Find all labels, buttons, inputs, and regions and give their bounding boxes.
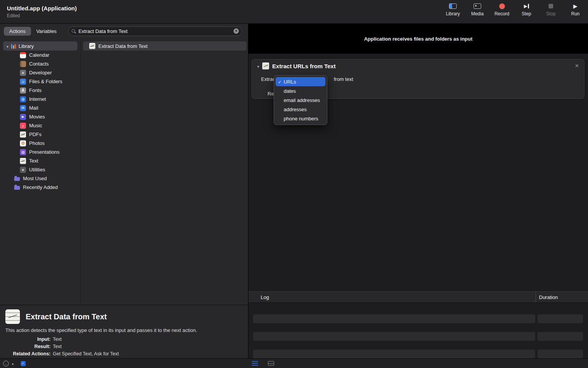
sidebar-item-library[interactable]: Library bbox=[3, 41, 77, 51]
sidebar-item-most-used[interactable]: Most Used bbox=[0, 174, 80, 183]
disclosure-triangle-icon[interactable] bbox=[7, 43, 8, 49]
music-icon bbox=[20, 123, 26, 129]
action-card-title: Extract URLs from Text bbox=[272, 63, 336, 69]
sidebar-item-music[interactable]: Music bbox=[0, 121, 80, 130]
menu-item-urls[interactable]: URLs bbox=[276, 77, 325, 86]
toolbar-stop-label: Stop bbox=[546, 11, 556, 16]
developer-icon bbox=[20, 70, 26, 76]
toolbar-run-label: Run bbox=[571, 11, 580, 16]
window-edited-status: Edited bbox=[7, 13, 77, 18]
action-card-header[interactable]: Extract URLs from Text bbox=[252, 59, 584, 72]
description-field-related-actions: Related Actions: Get Specified Text, Ask… bbox=[5, 350, 243, 358]
contacts-icon bbox=[20, 61, 26, 67]
sidebar-item-developer[interactable]: Developer bbox=[0, 68, 80, 77]
window-title: Untitled.app (Application) bbox=[7, 5, 77, 12]
menu-item-email-addresses[interactable]: email addresses bbox=[276, 95, 325, 105]
tab-variables[interactable]: Variables bbox=[31, 27, 62, 36]
sidebar-item-label: Mail bbox=[29, 105, 38, 111]
check-icon bbox=[278, 79, 284, 85]
sidebar-item-photos[interactable]: Photos bbox=[0, 139, 80, 148]
menu-item-label: email addresses bbox=[284, 97, 320, 103]
internet-icon bbox=[20, 96, 26, 102]
sidebar-item-presentations[interactable]: Presentations bbox=[0, 148, 80, 156]
sidebar-item-internet[interactable]: Internet bbox=[0, 95, 80, 104]
sidebar-item-recently-added[interactable]: Recently Added bbox=[0, 183, 80, 192]
files-folders-icon bbox=[20, 79, 26, 85]
sidebar-item-pdfs[interactable]: PDFs bbox=[0, 130, 80, 139]
calendar-icon bbox=[20, 52, 26, 58]
sidebar-item-mail[interactable]: Mail bbox=[0, 104, 80, 112]
description-field-result: Result: Text bbox=[5, 343, 243, 350]
clear-search-icon[interactable] bbox=[234, 28, 239, 34]
log-row-duration bbox=[537, 350, 583, 358]
log-row-duration bbox=[537, 332, 583, 341]
list-view-toggle-icon[interactable] bbox=[252, 361, 258, 366]
chevron-down-icon[interactable] bbox=[12, 360, 14, 367]
photos-icon bbox=[20, 140, 26, 146]
sidebar-item-files-folders[interactable]: Files & Folders bbox=[0, 77, 80, 86]
smart-folder-menu-icon[interactable] bbox=[3, 361, 9, 366]
sidebar-item-calendar[interactable]: Calendar bbox=[0, 51, 80, 59]
sidebar-item-label: Library bbox=[19, 43, 34, 49]
toolbar-stop-button[interactable]: Stop bbox=[543, 3, 559, 16]
search-field[interactable] bbox=[68, 26, 242, 36]
sidebar-item-text[interactable]: Text bbox=[0, 156, 80, 165]
folder-icon bbox=[14, 177, 20, 181]
toolbar-step-label: Step bbox=[522, 11, 531, 16]
toolbar-media-button[interactable]: Media bbox=[469, 3, 485, 16]
fonts-icon bbox=[20, 87, 26, 94]
action-result-label: Extract Data from Text bbox=[98, 43, 147, 49]
menu-item-dates[interactable]: dates bbox=[276, 86, 325, 95]
duration-column-header[interactable]: Duration bbox=[536, 292, 558, 302]
column-view-toggle-icon[interactable] bbox=[268, 361, 274, 366]
action-description-panel: Extract Data from Text This action detec… bbox=[0, 305, 248, 358]
description-body: This action detects the specified type o… bbox=[5, 327, 243, 333]
menu-item-addresses[interactable]: addresses bbox=[276, 105, 325, 114]
sidebar-item-fonts[interactable]: Fonts bbox=[0, 86, 80, 95]
movies-icon bbox=[20, 114, 26, 120]
sidebar-item-label: Utilities bbox=[29, 167, 45, 172]
search-input[interactable] bbox=[78, 28, 231, 34]
checkbox-icon[interactable] bbox=[21, 361, 26, 366]
sidebar-item-label: Developer bbox=[29, 70, 52, 76]
sidebar-item-movies[interactable]: Movies bbox=[0, 112, 80, 121]
workflow-pane: Application receives files and folders a… bbox=[248, 24, 588, 358]
library-pane: Actions Variables Library Calendar Conta… bbox=[0, 24, 248, 358]
extract-urls-action-icon bbox=[262, 62, 269, 69]
action-results-list: Extract Data from Text bbox=[81, 38, 248, 305]
menu-item-phone-numbers[interactable]: phone numbers bbox=[276, 114, 325, 123]
action-result-row[interactable]: Extract Data from Text bbox=[83, 41, 247, 51]
library-sidebar: Library Calendar Contacts Developer File… bbox=[0, 38, 81, 305]
search-icon bbox=[71, 29, 76, 34]
title-bar: Untitled.app (Application) Edited Librar… bbox=[0, 0, 588, 24]
log-header: Log Duration bbox=[248, 291, 588, 303]
toolbar-media-label: Media bbox=[471, 11, 484, 16]
extract-data-action-icon bbox=[89, 43, 95, 49]
library-books-icon bbox=[11, 44, 16, 49]
close-icon[interactable] bbox=[575, 62, 579, 70]
sidebar-item-label: Photos bbox=[29, 140, 44, 146]
toolbar-record-button[interactable]: Record bbox=[494, 3, 510, 16]
toolbar-run-button[interactable]: Run bbox=[567, 3, 583, 16]
description-field-input: Input: Text bbox=[5, 336, 243, 343]
toolbar-step-button[interactable]: Step bbox=[518, 3, 534, 16]
workflow-input-banner: Application receives files and folders a… bbox=[248, 24, 588, 54]
sidebar-item-label: Presentations bbox=[29, 149, 60, 155]
sidebar-item-contacts[interactable]: Contacts bbox=[0, 59, 80, 68]
folder-icon bbox=[14, 186, 20, 190]
field-value: Get Specified Text, Ask for Text bbox=[53, 350, 243, 358]
tab-actions[interactable]: Actions bbox=[4, 27, 31, 36]
chevron-down-icon[interactable] bbox=[257, 62, 259, 69]
sidebar-item-label: PDFs bbox=[29, 131, 42, 137]
menu-item-label: phone numbers bbox=[284, 116, 318, 122]
sidebar-item-label: Fonts bbox=[29, 87, 42, 93]
toolbar-library-button[interactable]: Library bbox=[445, 3, 461, 16]
sidebar-item-label: Music bbox=[29, 123, 42, 128]
extract-data-action-icon-large bbox=[5, 309, 20, 324]
sidebar-item-label: Internet bbox=[29, 96, 46, 102]
media-icon bbox=[474, 3, 481, 9]
sidebar-item-utilities[interactable]: Utilities bbox=[0, 165, 80, 174]
menu-item-label: addresses bbox=[284, 107, 307, 112]
presentations-icon bbox=[20, 149, 26, 155]
browser-columns: Library Calendar Contacts Developer File… bbox=[0, 38, 248, 305]
